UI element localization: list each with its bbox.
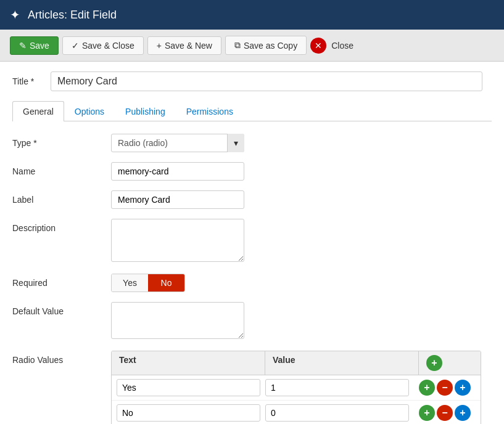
label-input[interactable] <box>111 190 244 209</box>
remove-button-1[interactable]: − <box>437 380 453 396</box>
tab-options[interactable]: Options <box>64 101 115 121</box>
required-toggle: Yes No <box>111 274 185 292</box>
description-control <box>111 219 492 264</box>
radio-text-input-1[interactable] <box>117 379 260 396</box>
radio-values-row: Radio Values Text Value + + − <box>12 351 492 424</box>
title-label: Title * <box>12 76 43 86</box>
type-label: Type * <box>12 134 111 148</box>
title-row: Title * <box>12 71 492 91</box>
save-new-button[interactable]: + Save & New <box>147 36 221 55</box>
app-header: ✦ Articles: Edit Field <box>0 0 504 30</box>
move-button-2[interactable]: + <box>455 405 471 421</box>
plus-icon: + <box>157 41 162 51</box>
save-copy-button[interactable]: ⧉ Save as Copy <box>225 36 307 55</box>
required-row: Required Yes No <box>12 274 492 292</box>
save-close-label: Save & Close <box>82 41 134 51</box>
add-radio-row-button[interactable]: + <box>426 355 442 371</box>
tab-permissions[interactable]: Permissions <box>176 101 244 121</box>
app-icon: ✦ <box>10 7 20 22</box>
save-close-button[interactable]: ✓ Save & Close <box>62 36 144 55</box>
description-label: Description <box>12 219 111 233</box>
default-value-row: Default Value <box>12 302 492 341</box>
radio-value-input-2[interactable] <box>265 404 409 422</box>
remove-button-2[interactable]: − <box>437 405 453 421</box>
close-x-icon[interactable]: ✕ <box>310 38 326 54</box>
type-row: Type * Radio (radio) ▾ <box>12 134 492 152</box>
col-text-header: Text <box>112 351 265 375</box>
tab-general[interactable]: General <box>12 101 64 121</box>
check-icon: ✓ <box>72 41 79 51</box>
radio-values-control: Text Value + + − + <box>111 351 492 424</box>
move-button-1[interactable]: + <box>455 380 471 396</box>
close-button-wrapper[interactable]: ✕ Close <box>310 38 353 54</box>
title-input[interactable] <box>51 71 482 91</box>
default-value-label: Default Value <box>12 302 111 316</box>
radio-row-2: + − + <box>112 401 481 424</box>
required-control: Yes No <box>111 274 492 292</box>
close-label: Close <box>331 41 353 51</box>
toolbar: ✎ Save ✓ Save & Close + Save & New ⧉ Sav… <box>0 30 504 62</box>
copy-icon: ⧉ <box>234 40 241 51</box>
main-content: Title * General Options Publishing Permi… <box>0 62 504 424</box>
default-value-textarea[interactable] <box>111 302 244 339</box>
radio-values-table: Text Value + + − + <box>111 351 481 424</box>
page-title: Articles: Edit Field <box>28 9 117 22</box>
name-input[interactable] <box>111 162 244 181</box>
save-copy-label: Save as Copy <box>244 41 297 51</box>
radio-row-1-actions: + − + <box>414 380 476 396</box>
add-above-button-1[interactable]: + <box>419 380 435 396</box>
radio-text-input-2[interactable] <box>117 404 260 422</box>
save-new-label: Save & New <box>165 41 212 51</box>
name-label: Name <box>12 162 111 176</box>
name-row: Name <box>12 162 492 181</box>
label-row: Label <box>12 190 492 209</box>
radio-row-1: + − + <box>112 375 481 401</box>
label-control <box>111 190 492 209</box>
add-above-button-2[interactable]: + <box>419 405 435 421</box>
required-label: Required <box>12 274 111 288</box>
description-row: Description <box>12 219 492 264</box>
radio-values-label: Radio Values <box>12 351 111 365</box>
description-textarea[interactable] <box>111 219 244 262</box>
required-no-button[interactable]: No <box>148 274 184 292</box>
save-button[interactable]: ✎ Save <box>10 36 59 55</box>
radio-row-2-actions: + − + <box>414 405 476 421</box>
save-icon: ✎ <box>19 41 27 51</box>
radio-values-header: Text Value + <box>112 351 481 375</box>
col-actions-header: + <box>419 351 481 375</box>
tabs: General Options Publishing Permissions <box>12 101 492 121</box>
label-label: Label <box>12 190 111 205</box>
name-control <box>111 162 492 181</box>
type-select-wrapper: Radio (radio) ▾ <box>111 134 244 152</box>
required-yes-button[interactable]: Yes <box>112 274 148 292</box>
default-value-control <box>111 302 492 341</box>
radio-value-input-1[interactable] <box>265 379 409 396</box>
col-value-header: Value <box>265 351 419 375</box>
type-control: Radio (radio) ▾ <box>111 134 492 152</box>
save-label: Save <box>30 41 49 51</box>
tab-publishing[interactable]: Publishing <box>115 101 176 121</box>
type-select[interactable]: Radio (radio) <box>111 134 244 152</box>
